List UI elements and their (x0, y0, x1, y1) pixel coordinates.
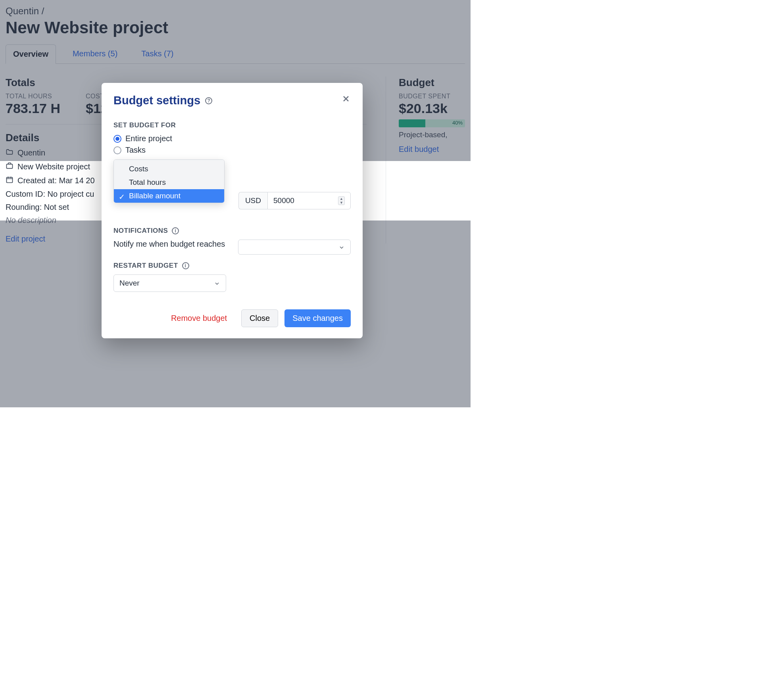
briefcase-icon (6, 162, 13, 172)
total-hours-value: 783.17 H (6, 101, 60, 116)
currency-label: USD (238, 192, 267, 209)
budget-amount-value: 50000 (273, 196, 294, 205)
budget-progress: 40% (399, 119, 465, 127)
dropdown-option-billable-amount-label: Billable amount (129, 192, 181, 200)
calendar-icon (6, 176, 13, 186)
restart-budget-label-text: RESTART BUDGET (113, 262, 178, 270)
detail-project-text: New Website project (17, 162, 90, 171)
chevron-down-icon (214, 280, 220, 286)
breadcrumb-sep: / (39, 6, 44, 16)
budget-amount-input[interactable]: 50000 ▲▼ (267, 192, 351, 209)
detail-customid-text: Custom ID: No project cu (6, 190, 94, 199)
edit-budget-link[interactable]: Edit budget (399, 145, 439, 154)
budget-spent-label: BUDGET SPENT (399, 93, 465, 100)
page-title: New Website project (6, 18, 465, 37)
restart-budget-label: RESTART BUDGET i (113, 262, 351, 270)
dropdown-option-billable-amount[interactable]: ✓ Billable amount (114, 189, 224, 203)
detail-rounding-text: Rounding: Not set (6, 203, 69, 212)
modal-title: Budget settings ? (113, 94, 212, 107)
budget-type-row: Costs Total hours ✓ Billable amount USD … (102, 157, 363, 220)
notify-text: Notify me when budget reaches (113, 240, 225, 249)
restart-budget-select[interactable]: Never (113, 274, 226, 292)
notifications-label: NOTIFICATIONS i (113, 227, 351, 235)
edit-project-link[interactable]: Edit project (6, 234, 45, 244)
notifications-label-text: NOTIFICATIONS (113, 227, 168, 235)
svg-rect-1 (7, 177, 13, 182)
tab-members[interactable]: Members (5) (65, 44, 125, 63)
total-hours-label: TOTAL HOURS (6, 93, 60, 100)
budget-progress-pct: 40% (452, 120, 463, 126)
folder-icon (6, 148, 13, 158)
save-changes-button[interactable]: Save changes (284, 309, 351, 327)
breadcrumb[interactable]: Quentin / (6, 6, 465, 17)
radio-tasks[interactable]: Tasks (113, 146, 351, 155)
radio-tasks-label: Tasks (125, 146, 146, 155)
check-icon: ✓ (119, 192, 125, 201)
tab-tasks[interactable]: Tasks (7) (134, 44, 181, 63)
radio-entire-project[interactable]: Entire project (113, 134, 351, 143)
restart-budget-value: Never (119, 279, 140, 288)
info-icon[interactable]: i (182, 262, 189, 269)
radio-icon (113, 135, 121, 143)
breadcrumb-workspace: Quentin (6, 6, 39, 16)
set-budget-for-label: SET BUDGET FOR (113, 121, 351, 129)
detail-description-text: No description (6, 216, 56, 225)
close-icon[interactable] (341, 94, 351, 107)
radio-entire-project-label: Entire project (125, 134, 172, 143)
budget-type-dropdown[interactable]: Costs Total hours ✓ Billable amount (113, 159, 225, 203)
budget-heading: Budget (399, 77, 465, 89)
tabs: Overview Members (5) Tasks (7) (6, 44, 465, 64)
close-button[interactable]: Close (241, 309, 278, 327)
dropdown-option-total-hours[interactable]: Total hours (114, 176, 224, 189)
dropdown-option-costs[interactable]: Costs (114, 162, 224, 176)
budget-settings-modal: Budget settings ? SET BUDGET FOR Entire … (102, 83, 363, 338)
budget-basis: Project-based, (399, 130, 465, 139)
budget-progress-fill (399, 119, 425, 127)
amount-stepper[interactable]: ▲▼ (338, 196, 345, 205)
help-icon[interactable]: ? (205, 97, 212, 104)
chevron-down-icon (338, 244, 345, 250)
info-icon[interactable]: i (172, 227, 179, 234)
radio-icon (113, 146, 121, 154)
detail-created-text: Created at: Mar 14 20 (17, 176, 95, 185)
svg-rect-0 (7, 164, 13, 169)
detail-workspace-text: Quentin (17, 148, 45, 157)
notify-threshold-select[interactable] (238, 240, 351, 255)
remove-budget-button[interactable]: Remove budget (163, 309, 235, 327)
modal-title-text: Budget settings (113, 94, 200, 107)
tab-overview[interactable]: Overview (6, 44, 56, 64)
budget-spent-value: $20.13k (399, 101, 465, 116)
